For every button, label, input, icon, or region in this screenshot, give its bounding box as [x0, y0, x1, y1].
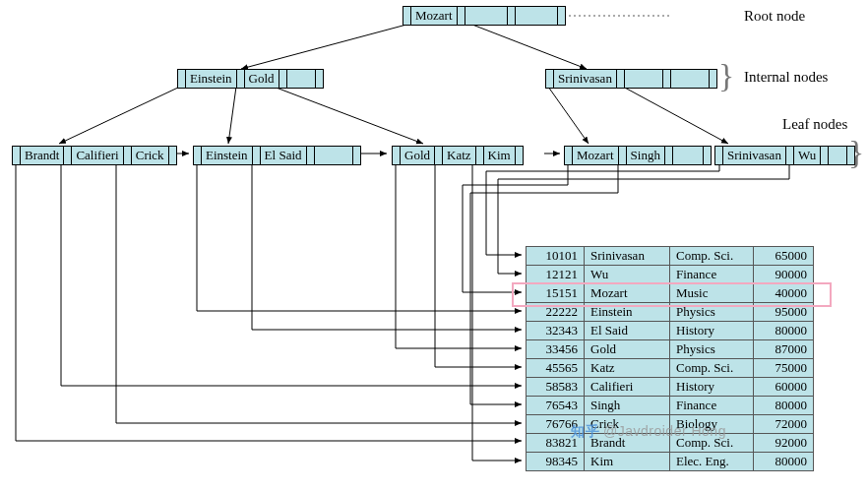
pointer [558, 7, 565, 25]
cell-name: Srinivasan [585, 247, 670, 266]
watermark: 知乎@Javdroider Hong [571, 423, 726, 441]
leaf-key: Katz [443, 147, 476, 164]
table-row: 45565KatzComp. Sci.75000 [527, 359, 814, 378]
table-row: 22222EinsteinPhysics95000 [527, 303, 814, 322]
cell-dept: History [670, 378, 754, 397]
cell-name: Katz [585, 359, 670, 378]
table-row: 58583CalifieriHistory60000 [527, 378, 814, 397]
pointer [508, 7, 516, 25]
pointer [169, 147, 176, 164]
leaf-key: Crick [132, 147, 169, 164]
internal-key: Gold [245, 70, 279, 88]
cell-id: 58583 [527, 378, 585, 397]
pointer [617, 70, 625, 88]
cell-dept: Elec. Eng. [670, 453, 754, 471]
cell-dept: Finance [670, 397, 754, 415]
empty-key [315, 147, 353, 164]
pointer [353, 147, 360, 164]
svg-line-1 [472, 25, 587, 69]
cell-salary: 92000 [754, 434, 814, 453]
table-row: 32343El SaidHistory80000 [527, 322, 814, 340]
table-row: 76543SinghFinance80000 [527, 397, 814, 415]
cell-id: 76543 [527, 397, 585, 415]
cell-name: El Said [585, 322, 670, 340]
empty-key [516, 7, 558, 25]
cell-id: 22222 [527, 303, 585, 322]
cell-id: 33456 [527, 340, 585, 359]
leaf-key: Srinivasan [723, 147, 786, 164]
cell-salary: 90000 [754, 266, 814, 284]
brace-icon: } [848, 134, 864, 171]
leaf-node: Brandt Califieri Crick [12, 146, 177, 165]
cell-salary: 87000 [754, 340, 814, 359]
cell-name: Mozart [585, 284, 670, 303]
leaf-key: Einstein [202, 147, 253, 164]
cell-salary: 72000 [754, 415, 814, 434]
pointer [458, 7, 465, 25]
root-label: Root node [744, 8, 805, 25]
root-key: Mozart [411, 7, 458, 25]
pointer [279, 70, 287, 88]
cell-dept: Physics [670, 303, 754, 322]
pointer [237, 70, 245, 88]
cell-dept: Comp. Sci. [670, 359, 754, 378]
pointer [565, 147, 573, 164]
leaf-key: Wu [794, 147, 821, 164]
cell-id: 10101 [527, 247, 585, 266]
cell-salary: 65000 [754, 247, 814, 266]
pointer [13, 147, 21, 164]
leaf-node: Einstein El Said [193, 146, 361, 165]
pointer [124, 147, 132, 164]
leaf-key: Gold [401, 147, 435, 164]
cell-dept: Comp. Sci. [670, 247, 754, 266]
cell-dept: Finance [670, 266, 754, 284]
pointer [253, 147, 261, 164]
svg-line-4 [228, 87, 236, 144]
cell-salary: 80000 [754, 397, 814, 415]
internal-label: Internal nodes [744, 69, 828, 86]
cell-name: Kim [585, 453, 670, 471]
cell-dept: History [670, 322, 754, 340]
pointer [178, 70, 186, 88]
leaf-key: Mozart [573, 147, 619, 164]
cell-salary: 95000 [754, 303, 814, 322]
pointer [546, 70, 554, 88]
table-row: 33456GoldPhysics87000 [527, 340, 814, 359]
pointer [516, 147, 523, 164]
root-node: Mozart [403, 6, 566, 26]
cell-id: 15151 [527, 284, 585, 303]
cell-name: Singh [585, 397, 670, 415]
svg-line-6 [548, 87, 589, 144]
svg-line-5 [274, 87, 423, 144]
empty-key [671, 70, 710, 88]
cell-name: Califieri [585, 378, 670, 397]
table-row: 15151MozartMusic40000 [527, 284, 814, 303]
pointer [435, 147, 443, 164]
internal-key: Einstein [186, 70, 237, 88]
pointer [64, 147, 72, 164]
pointer [715, 147, 723, 164]
cell-salary: 75000 [754, 359, 814, 378]
empty-key [829, 147, 847, 164]
pointer [665, 147, 673, 164]
empty-key [673, 147, 704, 164]
leaf-label: Leaf nodes [782, 116, 847, 133]
pointer [316, 70, 323, 88]
leaf-key: Kim [484, 147, 516, 164]
internal-node: Einstein Gold [177, 69, 324, 89]
cell-id: 12121 [527, 266, 585, 284]
cell-salary: 80000 [754, 322, 814, 340]
leaf-node: Srinivasan Wu [714, 146, 855, 165]
pointer [786, 147, 794, 164]
leaf-key: Singh [627, 147, 665, 164]
cell-salary: 60000 [754, 378, 814, 397]
svg-line-0 [241, 25, 406, 69]
table-row: 10101SrinivasanComp. Sci.65000 [527, 247, 814, 266]
internal-node: Srinivasan [545, 69, 717, 89]
svg-line-7 [623, 87, 728, 144]
brace-icon: } [718, 57, 734, 94]
cell-salary: 40000 [754, 284, 814, 303]
cell-salary: 80000 [754, 453, 814, 471]
cell-name: Gold [585, 340, 670, 359]
pointer [619, 147, 627, 164]
